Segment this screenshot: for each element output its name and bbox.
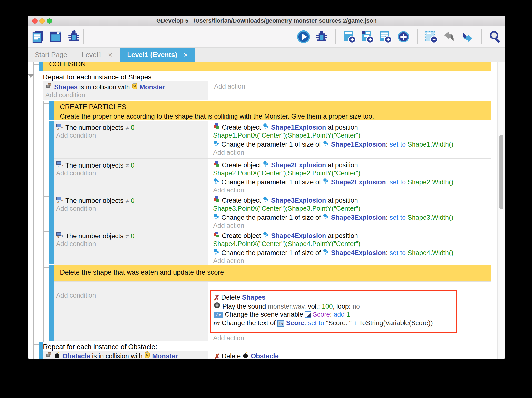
debug-icon[interactable] xyxy=(315,30,328,44)
shape1-event[interactable]: x?The number objects ≠ 0 Add condition C… xyxy=(54,121,491,159)
object-name: Obstacle xyxy=(251,352,279,359)
object-name: Shape3Explosion xyxy=(271,197,326,204)
event-drag-handle xyxy=(39,342,43,359)
comment-delete-score[interactable]: Delete the shape that was eaten and upda… xyxy=(54,265,491,281)
tree-guide-tick xyxy=(43,161,49,161)
actions-column[interactable]: Create object Shape2Explosion at positio… xyxy=(210,159,491,194)
add-action-button[interactable]: Add action xyxy=(210,221,491,229)
tab-level1-events[interactable]: Level1 (Events) × xyxy=(120,48,195,62)
add-action-button[interactable]: Add action xyxy=(210,334,244,341)
conditions-column[interactable]: x?The number objects ≠ 0 Add condition xyxy=(54,159,208,194)
close-icon[interactable]: × xyxy=(184,51,188,59)
action-text: Delete xyxy=(221,294,240,301)
colon: : xyxy=(330,311,332,318)
conditions-column[interactable]: Shapes is in collision with Monster Add … xyxy=(43,81,208,100)
minimize-window-button[interactable] xyxy=(39,18,45,24)
add-condition-button[interactable]: Add condition xyxy=(54,169,208,178)
conditions-column[interactable]: x?The number objects ≠ 0 Add condition xyxy=(54,194,208,229)
add-action-button[interactable]: Add action xyxy=(210,257,491,265)
close-icon[interactable]: × xyxy=(108,51,113,59)
expression: Shape1.Width() xyxy=(407,141,453,148)
score-event[interactable]: Add condition ✗Delete Shapes Play the so… xyxy=(54,281,491,341)
debug-icon[interactable] xyxy=(67,30,81,44)
add-condition-button[interactable]: Add condition xyxy=(54,240,208,248)
comment-create-particles[interactable]: CREATE PARTICLES Create the proper one a… xyxy=(54,101,491,120)
variable-icon: Var xyxy=(214,312,223,318)
play-icon[interactable] xyxy=(297,30,310,44)
scrollbar-thumb[interactable] xyxy=(499,135,503,209)
add-circle-icon[interactable] xyxy=(397,30,410,44)
svg-text:?: ? xyxy=(61,199,63,203)
action-text: at position xyxy=(328,161,358,169)
collapse-arrow-icon[interactable] xyxy=(28,74,34,78)
remove-event-icon[interactable] xyxy=(424,30,438,44)
comment-text: Delete the shape that was eaten and upda… xyxy=(60,268,491,276)
toolbar-divider xyxy=(335,29,336,44)
actions-column[interactable]: ✗Delete Shapes Play the sound monster.wa… xyxy=(210,282,491,341)
search-icon[interactable] xyxy=(488,30,502,44)
particle-emitter-icon xyxy=(213,140,219,148)
operator: ≠ xyxy=(125,124,129,131)
redo-icon[interactable] xyxy=(461,30,474,44)
events-sheet: COLLISION Repeat for each instance of Sh… xyxy=(28,62,505,359)
add-action-button[interactable]: Add action xyxy=(211,81,491,91)
add-condition-button[interactable]: Add condition xyxy=(54,282,208,300)
event-drag-handle xyxy=(49,229,54,264)
value: 0 xyxy=(131,124,134,131)
action-text: , loop: xyxy=(333,303,351,310)
add-condition-button[interactable]: Add condition xyxy=(54,204,208,213)
tab-level1[interactable]: Level1 × xyxy=(74,48,120,62)
colon: : xyxy=(386,179,388,186)
preview-window-icon[interactable] xyxy=(49,30,63,44)
project-manager-icon[interactable] xyxy=(31,30,45,44)
actions-column[interactable]: Add action xyxy=(211,81,491,100)
tab-label: Start Page xyxy=(35,51,67,59)
conditions-column[interactable]: Obstacle is in collision with Monster xyxy=(43,351,208,359)
condition-text: The number objects xyxy=(65,232,124,240)
actions-column[interactable]: Create object Shape3Explosion at positio… xyxy=(210,194,491,229)
keyword: set to xyxy=(308,319,324,327)
expression: Shape3.Width() xyxy=(407,214,453,221)
comment-body: Create the proper one according to the s… xyxy=(60,113,491,120)
repeat-obstacle-event[interactable]: Repeat for each instance of Obstacle: Ob… xyxy=(43,342,491,359)
particle-emitter-icon xyxy=(213,213,219,221)
shape2-event[interactable]: x?The number objects ≠ 0 Add condition C… xyxy=(54,158,491,194)
actions-column[interactable]: ✗Delete Obstacle xyxy=(211,351,491,359)
comment-collision[interactable]: COLLISION xyxy=(43,62,491,71)
add-condition-button[interactable]: Add condition xyxy=(54,131,208,140)
add-action-button[interactable]: Add action xyxy=(210,148,491,157)
tree-guide-line xyxy=(33,62,34,359)
tree-guide-line xyxy=(43,101,44,343)
object-name: Shape4Explosion xyxy=(271,232,326,239)
actions-column[interactable]: Create object Shape1Explosion at positio… xyxy=(210,121,491,159)
tree-guide-tick xyxy=(34,76,39,76)
add-condition-button[interactable]: Add condition xyxy=(43,91,208,99)
variable-field-icon xyxy=(305,311,311,318)
tree-guide-tick xyxy=(43,267,49,268)
sound-icon xyxy=(214,302,220,310)
add-comment-icon[interactable] xyxy=(379,30,392,44)
undo-icon[interactable] xyxy=(443,30,456,44)
add-action-button[interactable]: Add action xyxy=(210,186,491,194)
action-text: Change the parameter 1 of size of xyxy=(221,141,321,148)
zoom-window-button[interactable] xyxy=(47,18,52,24)
shape3-event[interactable]: x?The number objects ≠ 0 Add condition C… xyxy=(54,194,491,229)
action-text: Change the parameter 1 of size of xyxy=(221,214,321,221)
text-action-icon: txt xyxy=(214,319,220,327)
add-subevent-icon[interactable] xyxy=(361,30,374,44)
tab-start-page[interactable]: Start Page xyxy=(28,48,74,62)
conditions-column[interactable]: x?The number objects ≠ 0 Add condition xyxy=(54,121,208,159)
expression: "Score: " + ToString(Variable(Score)) xyxy=(326,319,433,327)
actions-column[interactable]: Create object Shape4Explosion at positio… xyxy=(210,229,491,265)
shape4-event[interactable]: x?The number objects ≠ 0 Add condition C… xyxy=(54,229,491,265)
close-window-button[interactable] xyxy=(32,18,38,24)
repeat-shapes-event[interactable]: Repeat for each instance of Shapes: Shap… xyxy=(43,72,491,100)
conditions-column[interactable]: Add condition xyxy=(54,282,208,341)
delete-icon: ✗ xyxy=(214,352,220,359)
scrollbar-track[interactable] xyxy=(497,62,505,359)
action-text: Create object xyxy=(222,161,261,169)
add-event-icon[interactable] xyxy=(343,30,356,44)
value: 0 xyxy=(131,232,134,240)
object-name: Shape2Explosion xyxy=(331,179,386,186)
conditions-column[interactable]: x?The number objects ≠ 0 Add condition xyxy=(54,229,208,265)
